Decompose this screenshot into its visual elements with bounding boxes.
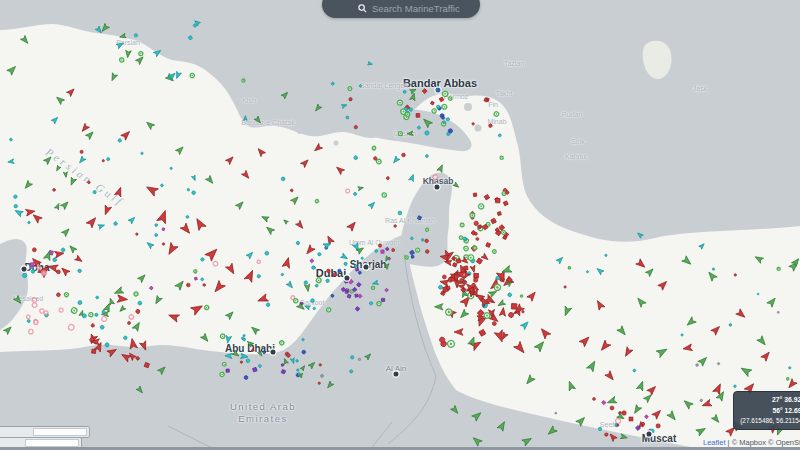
vessel-marker-pr[interactable] xyxy=(68,324,75,331)
vessel-marker-ta[interactable] xyxy=(14,208,24,217)
vessel-marker-td[interactable] xyxy=(77,269,81,273)
vessel-marker-pd[interactable] xyxy=(355,306,360,311)
vessel-marker-ra[interactable] xyxy=(514,341,528,355)
vessel-marker-ta[interactable] xyxy=(341,103,347,109)
vessel-marker-ga[interactable] xyxy=(562,306,571,317)
vessel-marker-ga[interactable] xyxy=(407,131,413,136)
vessel-marker-ga[interactable] xyxy=(135,55,145,65)
vessel-marker-gr[interactable] xyxy=(241,79,245,83)
vessel-marker-ga[interactable] xyxy=(685,317,696,328)
vessel-marker-rd[interactable] xyxy=(604,433,608,437)
vessel-marker-ga[interactable] xyxy=(326,381,334,389)
vessel-marker-pd[interactable] xyxy=(385,247,389,251)
vessel-marker-ra[interactable] xyxy=(117,295,128,303)
vessel-marker-ga[interactable] xyxy=(300,365,306,371)
vessel-marker-ra[interactable] xyxy=(711,324,722,335)
vessel-marker-rd[interactable] xyxy=(186,283,190,287)
vessel-marker-ta[interactable] xyxy=(191,175,196,181)
vessel-marker-ra[interactable] xyxy=(165,243,178,257)
vessel-marker-td[interactable] xyxy=(410,237,414,241)
search-bar[interactable]: Search MarineTraffic xyxy=(322,0,480,18)
vessel-marker-gr[interactable] xyxy=(470,213,475,218)
vessel-marker-pr[interactable] xyxy=(257,260,261,264)
vessel-marker-td[interactable] xyxy=(118,138,122,142)
vessel-marker-td[interactable] xyxy=(346,116,349,119)
vessel-marker-gr[interactable] xyxy=(382,193,387,198)
vessel-marker-pd[interactable] xyxy=(346,293,352,299)
vessel-marker-rs[interactable] xyxy=(416,114,420,118)
vessel-marker-rd[interactable] xyxy=(203,283,206,286)
vessel-marker-pr[interactable] xyxy=(41,271,46,276)
vessel-marker-ra[interactable] xyxy=(31,212,42,223)
vessel-marker-ga[interactable] xyxy=(43,155,53,165)
vessel-marker-ga[interactable] xyxy=(767,296,778,307)
vessel-marker-td[interactable] xyxy=(303,280,308,285)
vessel-marker-gr[interactable] xyxy=(431,108,436,113)
vessel-marker-ga[interactable] xyxy=(645,267,655,277)
vessel-marker-md[interactable] xyxy=(644,415,648,419)
vessel-marker-ga[interactable] xyxy=(125,50,131,58)
vessel-marker-ra[interactable] xyxy=(595,299,605,310)
vessel-marker-td[interactable] xyxy=(52,257,57,262)
vessel-marker-ga[interactable] xyxy=(250,325,260,335)
vessel-marker-ra[interactable] xyxy=(256,147,266,157)
vessel-marker-ra[interactable] xyxy=(244,269,256,283)
vessel-marker-ga[interactable] xyxy=(281,91,289,99)
vessel-marker-ga[interactable] xyxy=(586,359,598,372)
vessel-marker-gr[interactable] xyxy=(71,307,78,314)
vessel-marker-pr[interactable] xyxy=(44,310,49,315)
vessel-marker-ta[interactable] xyxy=(128,216,136,224)
vessel-marker-rs[interactable] xyxy=(479,329,486,336)
vessel-marker-rs[interactable] xyxy=(503,201,508,206)
vessel-marker-rd[interactable] xyxy=(135,232,138,235)
vessel-marker-ra[interactable] xyxy=(736,309,747,320)
vessel-marker-rd[interactable] xyxy=(401,153,405,157)
vessel-marker-ga[interactable] xyxy=(757,336,768,347)
vessel-marker-ra[interactable] xyxy=(761,350,772,361)
vessel-marker-ga[interactable] xyxy=(739,365,752,377)
vessel-marker-rs[interactable] xyxy=(496,198,500,202)
vessel-marker-td[interactable] xyxy=(733,385,736,388)
vessel-marker-ra[interactable] xyxy=(325,235,334,245)
vessel-marker-gr[interactable] xyxy=(397,100,402,105)
vessel-marker-rd[interactable] xyxy=(459,278,463,282)
vessel-marker-td[interactable] xyxy=(360,257,363,260)
vessel-marker-ra[interactable] xyxy=(605,371,616,382)
vessel-marker-ga[interactable] xyxy=(68,244,77,253)
vessel-marker-ga[interactable] xyxy=(546,426,557,437)
vessel-marker-td[interactable] xyxy=(317,252,321,256)
vessel-marker-ra[interactable] xyxy=(75,255,84,263)
vessel-marker-rs[interactable] xyxy=(144,362,149,367)
vessel-marker-td[interactable] xyxy=(311,265,316,270)
vessel-marker-rs[interactable] xyxy=(476,258,482,264)
vessel-marker-td[interactable] xyxy=(100,325,105,330)
vessel-marker-rd[interactable] xyxy=(563,285,566,288)
vessel-marker-gr[interactable] xyxy=(371,286,375,290)
vessel-marker-gd[interactable] xyxy=(555,412,557,414)
vessel-marker-rd[interactable] xyxy=(354,125,358,129)
vessel-marker-gr[interactable] xyxy=(442,90,449,97)
vessel-marker-td[interactable] xyxy=(301,338,304,341)
vessel-marker-pr[interactable] xyxy=(33,320,38,325)
vessel-marker-ta[interactable] xyxy=(368,62,373,66)
vessel-marker-rd[interactable] xyxy=(492,321,497,326)
vessel-marker-rs[interactable] xyxy=(446,286,450,290)
vessel-marker-bd[interactable] xyxy=(301,350,306,355)
vessel-marker-td[interactable] xyxy=(353,192,357,196)
vessel-marker-rd[interactable] xyxy=(593,398,596,401)
vessel-marker-td[interactable] xyxy=(375,250,378,253)
vessel-marker-td[interactable] xyxy=(353,155,358,160)
vessel-marker-td[interactable] xyxy=(681,333,684,336)
vessel-marker-ra[interactable] xyxy=(470,265,476,273)
vessel-marker-bs[interactable] xyxy=(410,250,415,255)
vessel-marker-rs[interactable] xyxy=(491,218,496,223)
vessel-marker-ga[interactable] xyxy=(453,182,460,189)
vessel-marker-td[interactable] xyxy=(417,126,421,130)
vessel-marker-ga[interactable] xyxy=(55,165,61,172)
vessel-marker-td[interactable] xyxy=(137,300,142,305)
vessel-marker-bd[interactable] xyxy=(263,351,266,354)
vessel-marker-rd[interactable] xyxy=(56,270,60,274)
vessel-marker-td[interactable] xyxy=(443,121,446,124)
vessel-marker-rd[interactable] xyxy=(386,176,390,180)
vessel-marker-rs[interactable] xyxy=(486,243,491,248)
